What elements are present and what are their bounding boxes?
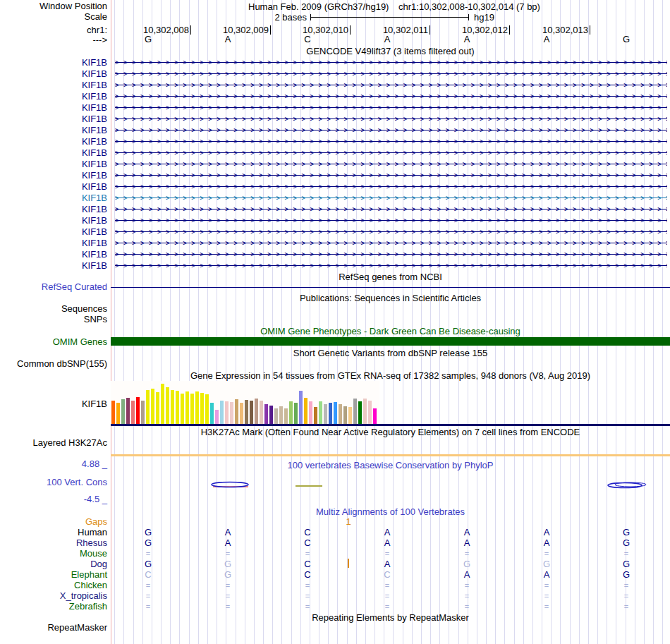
gencode-transcript-row[interactable]: >>>>>>>>>>>>>>>>>>>>>>>>>>>>>>>>>>>>>>>>… — [115, 193, 667, 204]
species-label[interactable]: Zebrafish — [0, 602, 107, 612]
species-label[interactable]: Human — [0, 528, 107, 537]
gencode-transcript-row[interactable]: >>>>>>>>>>>>>>>>>>>>>>>>>>>>>>>>>>>>>>>>… — [115, 215, 667, 226]
gtex-tissue-bar — [190, 394, 194, 424]
snps-label[interactable]: SNPs — [0, 315, 107, 324]
sequences-label[interactable]: Sequences — [0, 304, 107, 314]
alignment-base: = — [293, 591, 322, 601]
strand-arrows: >>>>>>>>>>>>>>>>>>>>>>>>>>>>>>>>>>>>>>>>… — [115, 238, 667, 249]
common-dbsnp-label[interactable]: Common dbSNP(155) — [0, 359, 107, 369]
gencode-transcript-row[interactable]: >>>>>>>>>>>>>>>>>>>>>>>>>>>>>>>>>>>>>>>>… — [115, 91, 667, 102]
gencode-gene-label[interactable]: KIF1B — [0, 238, 107, 248]
phylop-track-title[interactable]: 100 vertebrates Basewise Conservation by… — [111, 461, 670, 470]
species-label[interactable]: Rhesus — [0, 538, 107, 548]
gtex-tissue-bar — [235, 399, 238, 424]
gtex-tissue-bar — [181, 394, 184, 424]
gencode-gene-label[interactable]: KIF1B — [0, 103, 107, 113]
gaps-label[interactable]: Gaps — [0, 517, 107, 527]
gtex-tissue-bar — [166, 387, 169, 424]
reference-base: G — [612, 35, 640, 44]
alignment-base: = — [134, 581, 162, 590]
omim-genes-label[interactable]: OMIM Genes — [0, 337, 107, 347]
gencode-gene-label[interactable]: KIF1B — [0, 261, 107, 271]
gencode-transcript-row[interactable]: >>>>>>>>>>>>>>>>>>>>>>>>>>>>>>>>>>>>>>>>… — [115, 159, 667, 170]
gencode-transcript-row[interactable]: >>>>>>>>>>>>>>>>>>>>>>>>>>>>>>>>>>>>>>>>… — [115, 181, 667, 193]
gencode-transcript-row[interactable]: >>>>>>>>>>>>>>>>>>>>>>>>>>>>>>>>>>>>>>>>… — [115, 170, 667, 181]
gencode-gene-label[interactable]: KIF1B — [0, 80, 107, 90]
phylop-signal — [111, 480, 670, 491]
coordinate-tick — [190, 25, 191, 35]
h3k27ac-track-title[interactable]: H3K27Ac Mark (Often Found Near Active Re… — [111, 427, 670, 437]
gencode-transcript-row[interactable]: >>>>>>>>>>>>>>>>>>>>>>>>>>>>>>>>>>>>>>>>… — [115, 260, 667, 272]
gencode-gene-label[interactable]: KIF1B — [0, 171, 107, 181]
gencode-track-title[interactable]: GENCODE V49lift37 (3 items filtered out) — [111, 47, 670, 56]
gencode-transcript-row[interactable]: >>>>>>>>>>>>>>>>>>>>>>>>>>>>>>>>>>>>>>>>… — [115, 136, 667, 147]
gencode-transcript-row[interactable]: >>>>>>>>>>>>>>>>>>>>>>>>>>>>>>>>>>>>>>>>… — [115, 238, 667, 249]
alignment-base: A — [373, 538, 401, 548]
repeatmasker-track-title[interactable]: Repeating Elements by RepeatMasker — [111, 613, 670, 623]
alignment-base: = — [373, 602, 401, 612]
gencode-gene-label[interactable]: KIF1B — [0, 148, 107, 158]
gencode-gene-label[interactable]: KIF1B — [0, 250, 107, 260]
gtex-track-title[interactable]: Gene Expression in 54 tissues from GTEx … — [111, 371, 670, 381]
gencode-gene-label[interactable]: KIF1B — [0, 216, 107, 226]
species-label[interactable]: X_tropicalis — [0, 591, 107, 601]
alignment-base: = — [453, 591, 481, 601]
layered-h3k27ac-label[interactable]: Layered H3K27Ac — [0, 438, 107, 448]
strand-arrows: >>>>>>>>>>>>>>>>>>>>>>>>>>>>>>>>>>>>>>>>… — [115, 68, 667, 80]
strand-arrows: >>>>>>>>>>>>>>>>>>>>>>>>>>>>>>>>>>>>>>>>… — [115, 147, 667, 159]
gencode-gene-label[interactable]: KIF1B — [0, 69, 107, 79]
gencode-transcript-row[interactable]: >>>>>>>>>>>>>>>>>>>>>>>>>>>>>>>>>>>>>>>>… — [115, 102, 667, 114]
gencode-transcript-row[interactable]: >>>>>>>>>>>>>>>>>>>>>>>>>>>>>>>>>>>>>>>>… — [115, 204, 667, 215]
gencode-gene-label[interactable]: KIF1B — [0, 126, 107, 135]
gencode-transcript-row[interactable]: >>>>>>>>>>>>>>>>>>>>>>>>>>>>>>>>>>>>>>>>… — [115, 57, 667, 68]
refseq-curated-label[interactable]: RefSeq Curated — [0, 282, 107, 292]
refseq-track-title[interactable]: RefSeq genes from NCBI — [111, 272, 670, 282]
gencode-transcript-row[interactable]: >>>>>>>>>>>>>>>>>>>>>>>>>>>>>>>>>>>>>>>>… — [115, 80, 667, 91]
gencode-gene-label[interactable]: KIF1B — [0, 58, 107, 68]
alignment-base: G — [612, 559, 640, 569]
gencode-gene-label[interactable]: KIF1B — [0, 137, 107, 147]
gencode-transcript-row[interactable]: >>>>>>>>>>>>>>>>>>>>>>>>>>>>>>>>>>>>>>>>… — [115, 226, 667, 238]
gencode-transcript-row[interactable]: >>>>>>>>>>>>>>>>>>>>>>>>>>>>>>>>>>>>>>>>… — [115, 249, 667, 260]
gtex-tissue-bar — [260, 401, 263, 424]
insertion-tick — [348, 559, 349, 568]
gtex-tissue-bar — [363, 399, 367, 424]
alignment-base: = — [293, 549, 322, 559]
gencode-gene-label[interactable]: KIF1B — [0, 159, 107, 169]
gencode-gene-label[interactable]: KIF1B — [0, 92, 107, 102]
species-label[interactable]: Elephant — [0, 570, 107, 580]
omim-gene-bar[interactable] — [111, 337, 670, 346]
gencode-gene-label[interactable]: KIF1B — [0, 182, 107, 192]
gencode-gene-label[interactable]: KIF1B — [0, 114, 107, 124]
coordinate-label: 10,302,013 — [528, 25, 588, 35]
gtex-tissue-bar — [195, 391, 199, 424]
gencode-transcript-row[interactable]: >>>>>>>>>>>>>>>>>>>>>>>>>>>>>>>>>>>>>>>>… — [115, 114, 667, 125]
gtex-tissue-bar — [176, 391, 179, 424]
gencode-gene-label[interactable]: KIF1B — [0, 205, 107, 214]
phylop-track-label[interactable]: 100 Vert. Cons — [0, 478, 107, 487]
alignment-base: = — [214, 602, 242, 612]
publications-track-title[interactable]: Publications: Sequences in Scientific Ar… — [111, 293, 670, 303]
repeatmasker-label[interactable]: RepeatMasker — [0, 623, 107, 633]
strand-arrows: >>>>>>>>>>>>>>>>>>>>>>>>>>>>>>>>>>>>>>>>… — [115, 125, 667, 136]
gencode-transcript-row[interactable]: >>>>>>>>>>>>>>>>>>>>>>>>>>>>>>>>>>>>>>>>… — [115, 68, 667, 80]
strand-arrows: >>>>>>>>>>>>>>>>>>>>>>>>>>>>>>>>>>>>>>>>… — [115, 215, 667, 226]
strand-label: ---> — [0, 35, 107, 45]
omim-track-title[interactable]: OMIM Gene Phenotypes - Dark Green Can Be… — [111, 327, 670, 336]
gencode-gene-label[interactable]: KIF1B — [0, 193, 107, 203]
alignment-base: G — [214, 570, 242, 580]
gtex-expression-chart[interactable] — [111, 381, 379, 424]
species-label[interactable]: Mouse — [0, 549, 107, 559]
refseq-curated-item[interactable] — [111, 287, 670, 288]
alignment-base: = — [453, 549, 481, 559]
gtex-tissue-bar — [324, 404, 327, 424]
multiz-track-title[interactable]: Multiz Alignments of 100 Vertebrates — [111, 507, 670, 517]
gtex-gene-label[interactable]: KIF1B — [0, 399, 107, 409]
species-label[interactable]: Dog — [0, 559, 107, 569]
gencode-transcript-row[interactable]: >>>>>>>>>>>>>>>>>>>>>>>>>>>>>>>>>>>>>>>>… — [115, 147, 667, 159]
dbsnp-track-title[interactable]: Short Genetic Variants from dbSNP releas… — [111, 348, 670, 358]
gencode-gene-label[interactable]: KIF1B — [0, 227, 107, 237]
coordinate-label: 10,302,008 — [128, 25, 189, 35]
species-label[interactable]: Chicken — [0, 581, 107, 590]
gencode-transcript-row[interactable]: >>>>>>>>>>>>>>>>>>>>>>>>>>>>>>>>>>>>>>>>… — [115, 125, 667, 136]
